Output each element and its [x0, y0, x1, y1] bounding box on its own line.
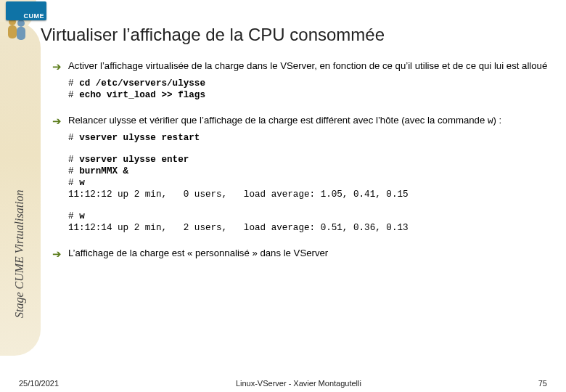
footer-date: 25/10/2021	[19, 379, 59, 388]
bullet-2-text: Relancer ulysse et vérifier que l’affich…	[68, 114, 501, 128]
page-title: Virtualiser l’affichage de la CPU consom…	[41, 25, 385, 45]
svg-rect-3	[17, 27, 25, 40]
footer-page: 75	[538, 379, 547, 388]
svg-rect-1	[8, 25, 17, 38]
footer: 25/10/2021 Linux-VServer - Xavier Montag…	[0, 379, 566, 388]
logo: CUME	[6, 1, 46, 20]
side-label: Stage CUME Virtualisation	[13, 189, 26, 318]
arrow-icon: ➔	[52, 114, 68, 128]
bullet-2-pre: Relancer ulysse et vérifier que l’affich…	[68, 115, 488, 126]
bullet-2-post: ) :	[493, 115, 501, 126]
content-area: ➔ Activer l’affichage virtualisée de la …	[52, 55, 553, 261]
code-block-3: # vserver ulysse enter # burnMMX & # w 1…	[68, 154, 553, 200]
svg-point-2	[17, 20, 25, 27]
arrow-icon: ➔	[52, 247, 68, 261]
code-block-2: # vserver ulysse restart	[68, 132, 553, 144]
bullet-1-text: Activer l’affichage virtualisée de la ch…	[68, 60, 547, 72]
bullet-3-text: L’affichage de la charge est « personnal…	[68, 247, 328, 259]
footer-center: Linux-VServer - Xavier Montagutelli	[59, 379, 538, 388]
bullet-2: ➔ Relancer ulysse et vérifier que l’affi…	[52, 114, 553, 128]
logo-text: CUME	[24, 12, 45, 20]
code-block-4: # w 11:12:14 up 2 min, 2 users, load ave…	[68, 211, 553, 234]
bullet-1: ➔ Activer l’affichage virtualisée de la …	[52, 60, 553, 73]
slide: CUME Virtualiser l’affichage de la CPU c…	[0, 0, 566, 392]
bullet-3: ➔ L’affichage de la charge est « personn…	[52, 247, 553, 261]
arrow-icon: ➔	[52, 60, 68, 73]
code-block-1: # cd /etc/vservers/ulysse # echo virt_lo…	[68, 78, 553, 101]
